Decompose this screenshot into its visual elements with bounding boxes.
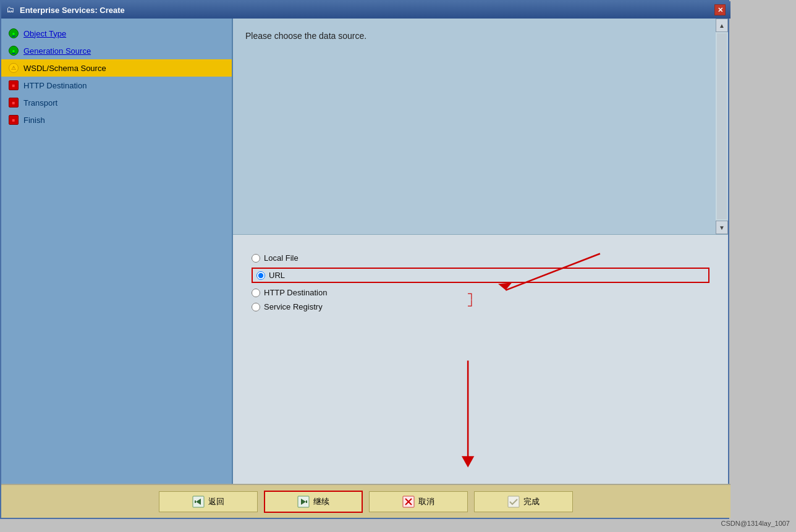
radio-url-box[interactable]: URL (252, 268, 709, 283)
cancel-label: 取消 (418, 496, 434, 507)
step-label-finish: Finish (23, 116, 45, 125)
radio-local-file[interactable]: Local File (252, 253, 709, 263)
close-button[interactable]: ✕ (714, 4, 726, 15)
dialog-title: Enterprise Services: Create (20, 6, 125, 15)
content-top-text: Please choose the data source. (245, 31, 366, 41)
cancel-button[interactable]: 取消 (369, 491, 468, 512)
radio-label-url: URL (269, 271, 285, 280)
step-object-type[interactable]: Object Type (1, 25, 232, 42)
continue-button[interactable]: 继续 (264, 491, 363, 513)
finish-label: 完成 (523, 496, 540, 507)
svg-marker-5 (462, 456, 474, 467)
scrollbar[interactable]: ▲ ▼ (716, 19, 728, 234)
continue-label: 继续 (313, 496, 329, 507)
step-icon-finish (9, 115, 19, 125)
scroll-up-button[interactable]: ▲ (716, 19, 728, 32)
svg-rect-15 (508, 496, 519, 507)
title-bar-left: 🗂 Enterprise Services: Create (6, 5, 125, 15)
step-label-generation-source: Generation Source (23, 46, 91, 56)
title-bar: 🗂 Enterprise Services: Create ✕ (1, 1, 730, 19)
content-bottom: Local File URL HTTP Destination (233, 235, 728, 518)
enterprise-services-dialog: 🗂 Enterprise Services: Create ✕ Object T… (0, 0, 729, 519)
dialog-body: Object Type Generation Source WSDL/Schem… (1, 19, 728, 518)
step-label-transport: Transport (23, 98, 57, 108)
step-label-http-destination: HTTP Destination (23, 81, 87, 90)
content-area: Please choose the data source. ▲ ▼ Local… (233, 19, 728, 518)
step-label-object-type: Object Type (23, 29, 66, 38)
wizard-steps: Object Type Generation Source WSDL/Schem… (1, 19, 233, 518)
svg-rect-8 (195, 500, 196, 503)
radio-service-registry[interactable]: Service Registry (252, 302, 709, 311)
back-button[interactable]: 返回 (159, 491, 258, 512)
step-finish[interactable]: Finish (1, 111, 232, 129)
radio-label-service-registry: Service Registry (264, 302, 323, 311)
scroll-down-button[interactable]: ▼ (716, 221, 728, 234)
radio-label-http-destination: HTTP Destination (264, 288, 327, 297)
step-http-destination[interactable]: HTTP Destination (1, 77, 232, 94)
step-icon-wsdl-schema-source (9, 63, 19, 73)
step-label-wsdl-schema-source: WSDL/Schema Source (23, 64, 106, 73)
step-wsdl-schema-source[interactable]: WSDL/Schema Source (1, 59, 232, 77)
watermark: CSDN@1314lay_1007 (721, 520, 790, 527)
radio-group: Local File URL HTTP Destination (252, 253, 709, 311)
step-icon-generation-source (9, 46, 19, 56)
cancel-icon (402, 496, 415, 508)
dialog-icon: 🗂 (6, 5, 16, 15)
continue-icon (297, 496, 310, 508)
back-icon (192, 496, 205, 508)
radio-input-url[interactable] (256, 271, 265, 280)
step-transport[interactable]: Transport (1, 94, 232, 111)
radio-http-destination[interactable]: HTTP Destination (252, 288, 709, 297)
content-top: Please choose the data source. ▲ ▼ (233, 19, 728, 235)
radio-input-local-file[interactable] (252, 254, 260, 263)
radio-label-local-file: Local File (264, 253, 298, 263)
radio-input-http-destination[interactable] (252, 289, 260, 297)
step-icon-transport (9, 98, 19, 108)
svg-rect-11 (306, 500, 307, 503)
scroll-track (717, 33, 727, 219)
step-icon-http-destination (9, 80, 19, 90)
back-label: 返回 (208, 496, 224, 507)
finish-icon (507, 496, 520, 508)
step-icon-object-type (9, 28, 19, 38)
radio-input-service-registry[interactable] (252, 303, 260, 311)
finish-button[interactable]: 完成 (474, 491, 573, 512)
toolbar: 返回 继续 取消 (1, 484, 730, 518)
step-generation-source[interactable]: Generation Source (1, 42, 232, 59)
